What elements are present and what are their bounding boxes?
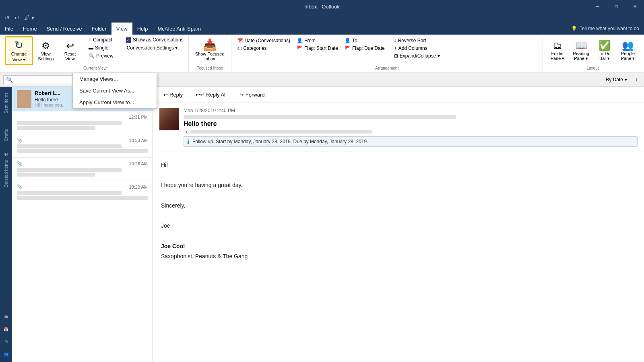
reply-icon: ↩ bbox=[163, 92, 168, 98]
menu-folder[interactable]: Folder bbox=[87, 23, 111, 35]
reply-all-button[interactable]: ↩↩ Reply All bbox=[192, 90, 231, 99]
email-line1 bbox=[161, 170, 636, 180]
deleted-items-label: Deleted Items bbox=[4, 160, 8, 187]
compact-view-button[interactable]: ≡ Compact bbox=[86, 36, 116, 43]
current-view-label: Current View bbox=[83, 65, 107, 72]
expand-collapse-button[interactable]: ⊞ Expand/Collapse ▾ bbox=[392, 52, 442, 60]
save-current-view-item[interactable]: Save Current View As... bbox=[73, 85, 157, 97]
flag-due-button[interactable]: 🚩 Flag: Due Date bbox=[342, 45, 387, 52]
show-as-conversations-checkbox[interactable]: ✓ Show as Conversations bbox=[124, 36, 185, 43]
email-body: Hi! I hope you're having a great day. Si… bbox=[153, 152, 644, 269]
reading-pane-button[interactable]: 📖 ReadingPane ▾ bbox=[570, 36, 592, 63]
categories-icon: 🏷 bbox=[237, 45, 242, 51]
single-view-button[interactable]: ▬ Single bbox=[86, 44, 116, 51]
menu-view[interactable]: View bbox=[111, 23, 132, 35]
manage-views-item[interactable]: Manage Views... bbox=[73, 73, 157, 85]
message-time-2: 12:31 PM bbox=[129, 115, 148, 119]
people-icon: 👥 bbox=[4, 352, 8, 356]
reverse-sort-label: Reverse Sort bbox=[398, 38, 426, 43]
show-focused-inbox-button[interactable]: 📥 Show FocusedInbox bbox=[192, 36, 228, 63]
message-time-3: 10:33 AM bbox=[129, 138, 148, 143]
reading-pane: ↩ Reply ↩↩ Reply All ↪ Forward Mon 1/28/… bbox=[153, 87, 644, 362]
customize-icon[interactable]: 🖊 ▾ bbox=[23, 14, 36, 22]
tell-me-text: Tell me what you want to do bbox=[580, 26, 639, 31]
single-label: Single bbox=[95, 45, 108, 51]
to-icon: 👤 bbox=[345, 38, 351, 43]
preview-view-button[interactable]: 🔍 Preview bbox=[86, 52, 116, 60]
categories-button[interactable]: 🏷 Categories bbox=[235, 45, 293, 52]
close-button[interactable]: ✕ bbox=[625, 0, 644, 13]
conversation-settings-label: Conversation Settings ▾ bbox=[127, 45, 178, 51]
people-pane-button[interactable]: 👥 PeoplePane ▾ bbox=[617, 36, 639, 63]
reset-view-icon: ↩ bbox=[66, 40, 74, 51]
change-view-icon: ↻ bbox=[14, 39, 23, 51]
arrangement-col1: 📅 Date (Conversations) 🏷 Categories bbox=[235, 37, 293, 52]
sidebar-calendar-icon[interactable]: 📅 bbox=[1, 325, 11, 334]
calendar-icon: 📅 bbox=[4, 327, 8, 331]
email-header: Mon 1/28/2019 2:40 PM Hello there To ℹ F… bbox=[153, 103, 644, 152]
conversation-settings-button[interactable]: Conversation Settings ▾ bbox=[124, 44, 185, 51]
folder-pane-label: FolderPane ▾ bbox=[551, 51, 565, 61]
from-button[interactable]: 👤 From bbox=[294, 37, 341, 44]
preview-label: Preview bbox=[96, 53, 114, 59]
menu-file[interactable]: File bbox=[0, 23, 18, 35]
focused-inbox-icon: 📥 bbox=[203, 38, 217, 51]
menu-send-receive[interactable]: Send / Receive bbox=[42, 23, 87, 35]
sort-direction-button[interactable]: ↓ bbox=[632, 75, 641, 84]
messages-group: ✓ Show as Conversations Conversation Set… bbox=[121, 36, 185, 51]
undo-icon[interactable]: ↩ bbox=[13, 14, 21, 22]
message-item[interactable]: 📎 10:20 AM bbox=[12, 181, 153, 204]
refresh-icon[interactable]: ↺ bbox=[3, 14, 11, 22]
menu-home[interactable]: Home bbox=[18, 23, 42, 35]
attachment-icon-4: 📎 bbox=[17, 161, 23, 166]
email-date: Mon 1/28/2019 2:40 PM bbox=[184, 108, 638, 113]
menu-help[interactable]: Help bbox=[132, 23, 153, 35]
todo-bar-icon: ✅ bbox=[599, 40, 611, 51]
change-view-dropdown-area: Manage Views... Save Current View As... … bbox=[0, 73, 157, 109]
focused-inbox-section-label: Focused Inbox bbox=[196, 65, 223, 72]
compact-icon: ≡ bbox=[89, 37, 91, 43]
reset-view-button[interactable]: ↩ ResetView bbox=[59, 36, 81, 63]
change-view-button[interactable]: ↻ ChangeView ▾ bbox=[5, 36, 33, 65]
tell-me-box[interactable]: 💡 Tell me what you want to do bbox=[566, 23, 644, 35]
arrangement-buttons: 📅 Date (Conversations) 🏷 Categories 👤 Fr… bbox=[235, 36, 539, 60]
sidebar-people-icon[interactable]: 👥 bbox=[1, 350, 11, 359]
arrangement-col2: 👤 From 🚩 Flag: Start Date bbox=[294, 37, 341, 52]
sort-by-date-button[interactable]: By Date ▾ bbox=[603, 75, 630, 84]
message-item[interactable]: 📎 10:26 AM bbox=[12, 158, 153, 181]
spacer bbox=[0, 73, 72, 109]
drafts-count: 44 bbox=[4, 152, 8, 157]
apply-current-view-item[interactable]: Apply Current View to... bbox=[73, 97, 157, 108]
maximize-button[interactable]: □ bbox=[607, 0, 625, 13]
sender-avatar-large bbox=[159, 108, 179, 130]
folder-pane-button[interactable]: 🗂 FolderPane ▾ bbox=[546, 36, 569, 63]
expand-collapse-label: Expand/Collapse ▾ bbox=[400, 53, 440, 59]
menu-mcafee[interactable]: McAfee Anti-Spam bbox=[153, 23, 206, 35]
reply-all-label: Reply All bbox=[206, 92, 227, 98]
to-button[interactable]: 👤 To bbox=[342, 37, 387, 44]
email-sincerely: Sincerely, bbox=[161, 201, 636, 211]
view-settings-label: ViewSettings bbox=[38, 51, 54, 61]
menu-bar: File Home Send / Receive Folder View Hel… bbox=[0, 23, 644, 35]
sidebar-icons: ✉ 📅 ⊞ 👥 bbox=[1, 312, 11, 362]
change-view-dropdown-menu: Manage Views... Save Current View As... … bbox=[72, 73, 157, 109]
minimize-button[interactable]: ─ bbox=[588, 0, 607, 13]
sidebar-grid-icon[interactable]: ⊞ bbox=[1, 337, 11, 346]
reply-button[interactable]: ↩ Reply bbox=[159, 90, 187, 99]
sort-dropdown-icon: ▾ bbox=[625, 77, 627, 82]
todo-bar-button[interactable]: ✅ To-DoBar ▾ bbox=[593, 36, 616, 63]
flag-start-button[interactable]: 🚩 Flag: Start Date bbox=[294, 45, 341, 52]
date-conversations-button[interactable]: 📅 Date (Conversations) bbox=[235, 37, 293, 44]
add-columns-button[interactable]: + Add Columns bbox=[392, 45, 442, 52]
expand-collapse-icon: ⊞ bbox=[394, 53, 398, 59]
forward-button[interactable]: ↪ Forward bbox=[235, 90, 269, 99]
todo-bar-label: To-DoBar ▾ bbox=[599, 51, 610, 61]
message-item[interactable]: 12:31 PM bbox=[12, 111, 153, 134]
sidebar-mail-icon[interactable]: ✉ bbox=[1, 312, 11, 321]
view-settings-button[interactable]: ⚙ ViewSettings bbox=[35, 36, 57, 63]
message-item[interactable]: 📎 10:33 AM bbox=[12, 134, 153, 158]
people-pane-label: PeoplePane ▾ bbox=[621, 51, 635, 61]
drafts-label: Drafts bbox=[4, 129, 8, 141]
reverse-sort-button[interactable]: ↕ Reverse Sort bbox=[392, 37, 442, 44]
email-line4 bbox=[161, 211, 636, 221]
